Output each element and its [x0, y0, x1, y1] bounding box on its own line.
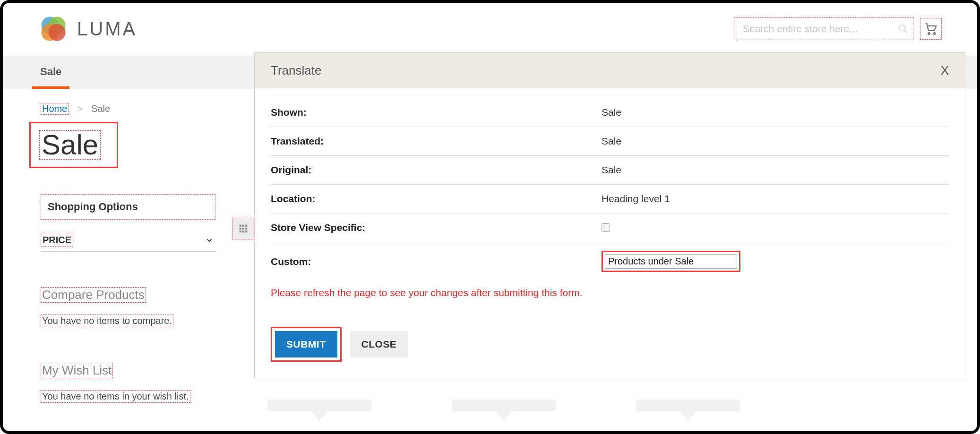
svg-point-4: [899, 25, 905, 31]
page-title-highlight: Sale: [29, 122, 118, 168]
header: LUMA: [3, 9, 977, 56]
svg-rect-15: [242, 230, 244, 232]
row-location-value: Heading level 1: [602, 193, 670, 204]
filter-price[interactable]: PRICE: [41, 229, 216, 252]
panel-header: Translate X: [255, 53, 965, 88]
svg-rect-13: [245, 228, 247, 230]
compare-heading: Compare Products: [41, 287, 146, 303]
page-title: Sale: [39, 130, 101, 160]
svg-rect-10: [245, 225, 247, 227]
row-translated-value: Sale: [602, 136, 621, 147]
row-location: Location: Heading level 1: [271, 184, 949, 213]
row-location-label: Location:: [271, 193, 602, 204]
grid-view-toggle[interactable]: [232, 218, 254, 239]
row-original: Original: Sale: [271, 155, 949, 184]
cart-icon: [924, 22, 938, 36]
svg-point-6: [928, 33, 930, 34]
submit-highlight: SUBMIT: [271, 327, 342, 362]
wishlist-empty-msg: You have no items in your wish list.: [41, 390, 190, 403]
submit-button[interactable]: SUBMIT: [275, 331, 337, 357]
row-translated-label: Translated:: [271, 136, 602, 147]
svg-point-7: [934, 33, 936, 34]
svg-rect-8: [240, 225, 241, 227]
breadcrumb-current: Sale: [91, 103, 110, 114]
row-shown-value: Sale: [602, 107, 621, 118]
grid-icon: [239, 224, 248, 233]
svg-rect-16: [245, 230, 247, 232]
breadcrumb-home[interactable]: Home: [41, 103, 69, 115]
custom-input[interactable]: [605, 254, 737, 269]
custom-input-highlight: [602, 251, 740, 272]
row-shown-label: Shown:: [271, 107, 602, 118]
close-button[interactable]: CLOSE: [350, 331, 408, 357]
row-original-value: Sale: [602, 164, 621, 176]
row-original-label: Original:: [271, 164, 602, 176]
close-icon[interactable]: X: [941, 63, 949, 78]
cart-button[interactable]: [920, 18, 942, 40]
chevron-down-icon: [205, 236, 214, 245]
search-input[interactable]: [743, 23, 898, 34]
refresh-message: Please refresh the page to see your chan…: [271, 287, 949, 298]
product-placeholder: [267, 400, 371, 421]
search-box[interactable]: [734, 17, 913, 40]
row-custom: Custom:: [271, 242, 949, 281]
row-storeview: Store View Specific:: [271, 213, 949, 242]
logo-text: LUMA: [77, 18, 137, 40]
svg-rect-14: [240, 230, 241, 232]
row-custom-label: Custom:: [271, 256, 602, 267]
svg-rect-12: [242, 228, 244, 230]
nav-tab-sale[interactable]: Sale: [32, 56, 69, 89]
logo-icon: [38, 14, 69, 44]
row-shown: Shown: Sale: [271, 98, 949, 127]
panel-title: Translate: [271, 63, 321, 78]
translate-panel: Translate X Shown: Sale Translated: Sale…: [254, 52, 965, 378]
breadcrumb-sep: >: [77, 103, 83, 114]
wishlist-heading: My Wish List: [41, 363, 113, 378]
compare-empty-msg: You have no items to compare.: [41, 315, 173, 327]
svg-rect-9: [242, 225, 244, 227]
svg-line-5: [904, 30, 907, 33]
svg-rect-11: [240, 228, 241, 230]
product-placeholder: [636, 400, 740, 421]
shopping-options-heading: Shopping Options: [41, 194, 215, 220]
sidebar: Shopping Options PRICE Compare Products …: [41, 194, 225, 403]
row-storeview-label: Store View Specific:: [271, 222, 602, 233]
row-translated: Translated: Sale: [271, 127, 949, 155]
product-placeholder: [452, 400, 556, 421]
logo[interactable]: LUMA: [38, 14, 137, 44]
search-icon[interactable]: [898, 24, 908, 34]
svg-point-3: [49, 24, 66, 41]
storeview-checkbox[interactable]: [602, 223, 610, 232]
filter-price-label: PRICE: [41, 234, 73, 247]
